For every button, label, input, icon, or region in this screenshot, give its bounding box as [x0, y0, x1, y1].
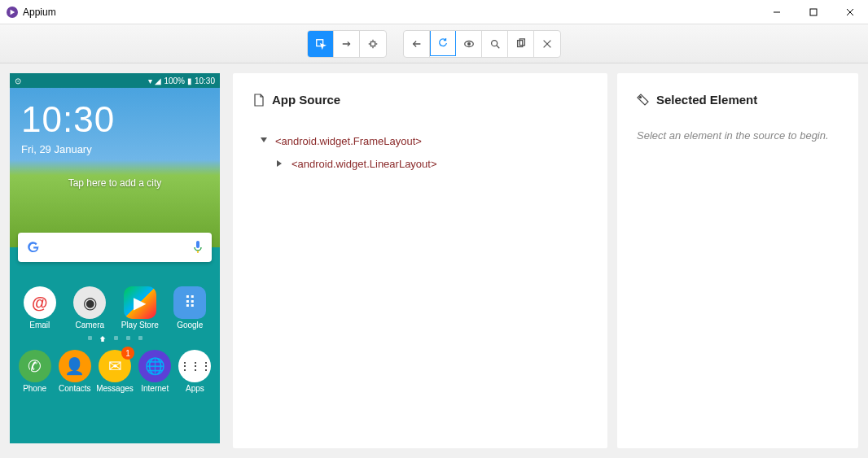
device-screenshot-column: ⊙ ▾ ◢ 100% ▮ 10:30 10:30 Fri, 29 January… — [10, 73, 223, 448]
device-wallpaper: 10:30 Fri, 29 January Tap here to add a … — [10, 88, 220, 247]
app-source-title: App Source — [252, 93, 588, 107]
messages-badge: 1 — [121, 347, 134, 360]
toolbar — [0, 24, 868, 63]
svg-rect-21 — [196, 241, 199, 248]
app-google: ⠿ Google — [168, 286, 212, 329]
tree-toggle-icon[interactable] — [259, 136, 269, 146]
window-title: Appium — [23, 7, 56, 18]
app-contacts: 👤 Contacts — [55, 350, 94, 393]
battery-percent: 100% — [164, 76, 185, 85]
refresh-button[interactable] — [430, 30, 456, 56]
file-icon — [252, 94, 265, 107]
lock-date: Fri, 29 January — [21, 143, 92, 155]
app-logo-icon — [7, 7, 18, 18]
svg-rect-7 — [370, 41, 375, 46]
copy-xml-button[interactable] — [508, 31, 534, 57]
google-g-icon — [26, 240, 41, 255]
svg-point-15 — [491, 40, 497, 46]
selected-element-panel: Selected Element Select an element in th… — [617, 73, 858, 448]
toolbar-group-session — [403, 30, 561, 58]
weather-hint: Tap here to add a city — [10, 177, 220, 189]
app-play-store: ▶ Play Store — [118, 286, 162, 329]
back-button[interactable] — [404, 31, 430, 57]
mic-icon — [192, 240, 204, 255]
swipe-button[interactable] — [334, 31, 360, 57]
app-phone: ✆ Phone — [15, 350, 55, 393]
lock-clock: 10:30 — [21, 99, 115, 140]
selected-element-title: Selected Element — [637, 93, 839, 107]
tree-node-linearlayout[interactable]: <android.widget.LinearLayout> — [252, 152, 588, 175]
quit-session-button[interactable] — [534, 31, 560, 57]
svg-marker-23 — [261, 137, 267, 142]
record-button[interactable] — [456, 31, 482, 57]
app-email: @ Email — [18, 286, 62, 329]
source-tree: <android.widget.FrameLayout> <android.wi… — [252, 129, 588, 175]
window-close-button[interactable] — [831, 0, 868, 24]
status-time: 10:30 — [195, 76, 215, 85]
svg-point-14 — [467, 42, 470, 45]
device-app-grid: @ Email ◉ Camera ▶ Play Store ⠿ Google — [10, 277, 220, 443]
svg-marker-0 — [11, 9, 15, 14]
app-camera: ◉ Camera — [68, 286, 112, 329]
status-left-icon: ⊙ — [15, 76, 21, 85]
tree-toggle-icon[interactable] — [275, 159, 285, 168]
svg-point-25 — [640, 96, 642, 98]
wifi-icon: ▾ — [148, 76, 152, 85]
tap-coords-button[interactable] — [360, 31, 386, 57]
main-area: ⊙ ▾ ◢ 100% ▮ 10:30 10:30 Fri, 29 January… — [0, 63, 868, 458]
search-button[interactable] — [482, 31, 508, 57]
select-element-button[interactable] — [308, 31, 334, 57]
app-messages: ✉1 Messages — [94, 350, 134, 393]
svg-rect-2 — [810, 9, 817, 15]
device-status-bar: ⊙ ▾ ◢ 100% ▮ 10:30 — [10, 73, 220, 88]
signal-icon: ◢ — [155, 76, 161, 85]
window-minimize-button[interactable] — [758, 0, 795, 24]
app-internet: 🌐 Internet — [135, 350, 175, 393]
battery-icon: ▮ — [187, 76, 192, 85]
app-apps: ⋮⋮⋮ Apps — [175, 350, 215, 393]
selected-element-placeholder: Select an element in the source to begin… — [637, 129, 839, 142]
tree-node-framelayout[interactable]: <android.widget.FrameLayout> — [252, 129, 588, 152]
app-source-panel: App Source <android.widget.FrameLayout> … — [233, 73, 607, 448]
device-screenshot[interactable]: ⊙ ▾ ◢ 100% ▮ 10:30 10:30 Fri, 29 January… — [10, 73, 220, 443]
window-titlebar: Appium — [0, 0, 868, 24]
svg-line-16 — [496, 45, 499, 48]
tag-icon — [637, 94, 650, 107]
toolbar-group-interaction — [307, 30, 387, 58]
page-indicator — [10, 333, 220, 347]
window-maximize-button[interactable] — [795, 0, 831, 24]
google-search-bar — [18, 233, 212, 262]
svg-marker-24 — [277, 160, 282, 167]
